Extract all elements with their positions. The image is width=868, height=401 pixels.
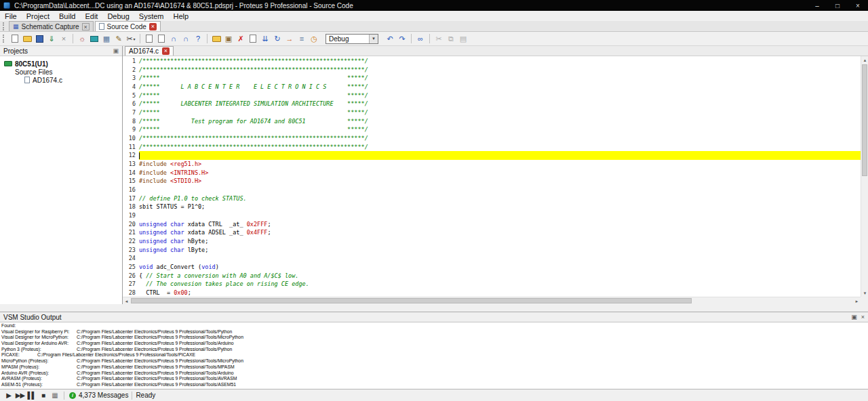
close-panel-icon[interactable]: × [861,314,865,320]
menu-item-edit[interactable]: Edit [80,11,102,21]
menu-item-build[interactable]: Build [54,11,80,21]
settings-gear-icon[interactable]: ☼ [76,33,88,45]
code-line-16[interactable]: 16 [123,186,861,194]
code-line-21[interactable]: 21unsigned char xdata ADSEL _at_ 0x4FFF; [123,228,861,237]
build-icon[interactable]: ▣ [222,33,235,45]
tab-source-code[interactable]: Source Code × [95,21,161,31]
remove-file-icon[interactable] [155,33,167,45]
find-icon[interactable]: ∞ [414,33,427,45]
code-line-5[interactable]: 5/***** *****/ [123,91,861,100]
tree-item-source-files[interactable]: Source Files [0,68,122,76]
new-file-icon[interactable] [9,33,21,45]
edit-pencil-icon[interactable]: ✎ [113,33,125,45]
panel-splitter[interactable] [0,304,868,312]
code-line-28[interactable]: 28 CTRL = 0x00; [123,289,861,297]
code-line-1[interactable]: 1/**************************************… [123,57,861,66]
vertical-scrollbar[interactable]: ▲ ▼ [861,56,868,297]
code-line-20[interactable]: 20unsigned char xdata CTRL _at_ 0x2FFF; [123,220,861,229]
code-line-17[interactable]: 17// define P1.0 to check STATUS. [123,194,861,203]
code-line-2[interactable]: 2/**************************************… [123,66,861,75]
run-icon[interactable]: ▶ [3,392,14,399]
toolbar-grip[interactable] [3,35,6,43]
vertical-scroll-thumb[interactable] [862,64,867,176]
code-line-10[interactable]: 10/*************************************… [123,134,861,143]
file-tab-ad1674-c[interactable]: AD1674.c × [125,46,174,56]
code-line-27[interactable]: 27 // The convesion takes place on risin… [123,280,861,289]
chevron-down-icon[interactable]: ▼ [369,35,378,43]
menu-item-debug[interactable]: Debug [102,11,134,21]
menu-item-file[interactable]: File [0,11,22,21]
add-file-icon[interactable] [143,33,155,45]
redo-icon[interactable]: ↷ [396,33,408,45]
horizontal-scroll-thumb[interactable] [131,298,692,303]
copy-icon[interactable]: ⧉ [445,33,457,45]
log-icon[interactable]: ▦ [49,392,60,399]
horizontal-scrollbar[interactable]: ◄ ► [123,297,861,304]
tab-bar-grip[interactable] [3,22,6,30]
app-tab-bar: ▦ Schematic Capture × Source Code × [0,21,868,32]
messages-group[interactable]: i 4,373 Messages [68,392,128,399]
magnet-icon[interactable]: ∩ [167,33,180,45]
code-line-11[interactable]: 11/*************************************… [123,143,861,152]
float-panel-icon[interactable]: ▣ [113,47,119,54]
menu-item-project[interactable]: Project [22,11,54,21]
cut-icon[interactable]: ✂ [433,33,445,45]
close-tab-icon[interactable]: × [82,23,90,30]
close-project-icon[interactable]: × [58,33,70,45]
float-panel-icon[interactable]: ▣ [851,314,857,320]
code-line-6[interactable]: 6/***** LABCENTER INTEGRATED SIMULATION … [123,100,861,108]
code-line-4[interactable]: 4/***** L A B C E N T E R E L E C T R O … [123,83,861,91]
code-line-13[interactable]: 13#include <reg51.h> [123,160,861,169]
paste-icon[interactable]: ▤ [457,33,469,45]
clean-icon[interactable]: ✗ [235,33,247,45]
source-file-icon[interactable] [247,33,259,45]
stop-icon[interactable]: ■ [37,392,49,399]
display-icon[interactable] [88,33,100,45]
code-line-15[interactable]: 15#include <STDIO.H> [123,177,861,186]
code-line-26[interactable]: 26{ // Start a conversion with A0 and A/… [123,272,861,280]
pause-icon[interactable]: ▌▌ [26,392,37,399]
open-project-icon[interactable] [21,33,33,45]
tab-schematic-capture[interactable]: ▦ Schematic Capture × [9,21,94,31]
code-line-18[interactable]: 18sbit STATUS = P1^0; [123,203,861,211]
menu-item-system[interactable]: System [134,11,169,21]
code-line-12[interactable]: 12 [123,151,861,160]
close-file-icon[interactable]: × [162,47,170,55]
output-line: MicroPython (Proteus):C:/Program Files/L… [0,358,868,364]
code-area[interactable]: 1/**************************************… [123,56,868,297]
help-icon[interactable]: ? [192,33,204,45]
code-line-7[interactable]: 7/***** *****/ [123,108,861,117]
import-icon[interactable]: ⇓ [45,33,58,45]
build-all-icon[interactable]: ⇊ [259,33,271,45]
code-line-25[interactable]: 25void adc_Convert (void) [123,263,861,272]
tree-item-80c51[interactable]: 80C51(U1) [0,60,122,68]
keypad-icon[interactable]: ▦ [100,33,113,45]
snap-magnet-icon[interactable]: ∩ [180,33,192,45]
code-line-22[interactable]: 22unsigned char hByte; [123,237,861,246]
scroll-up-icon[interactable]: ▲ [861,56,868,64]
debug-combo[interactable]: Debug▼ [326,34,378,44]
rebuild-icon[interactable]: ↻ [271,33,283,45]
code-line-24[interactable]: 24 [123,254,861,263]
menu-item-help[interactable]: Help [169,11,194,21]
step-icon[interactable]: ▶▶ [14,392,26,399]
undo-icon[interactable]: ↶ [384,33,396,45]
flash-icon[interactable]: → [283,33,296,45]
save-project-icon[interactable] [33,33,45,45]
minimize-button[interactable]: – [807,0,827,11]
code-line-8[interactable]: 8/***** Test program for AD1674 and 80C5… [123,117,861,126]
code-line-14[interactable]: 14#include <INTRINS.H> [123,169,861,177]
close-tab-icon[interactable]: × [149,23,157,30]
clock-icon[interactable]: ◷ [308,33,320,45]
list-icon[interactable]: ≡ [296,33,308,45]
code-line-23[interactable]: 23unsigned char lByte; [123,246,861,255]
cut-tool-icon[interactable]: ✂▾ [125,33,137,45]
close-button[interactable]: × [848,0,868,11]
tree-item-ad1674-c[interactable]: AD1674.c [0,76,122,84]
code-line-9[interactable]: 9/***** *****/ [123,125,861,134]
scroll-down-icon[interactable]: ▼ [861,289,868,297]
new-folder-icon[interactable] [210,33,222,45]
maximize-button[interactable]: □ [827,0,848,11]
code-line-19[interactable]: 19 [123,211,861,220]
code-line-3[interactable]: 3/***** *****/ [123,74,861,83]
